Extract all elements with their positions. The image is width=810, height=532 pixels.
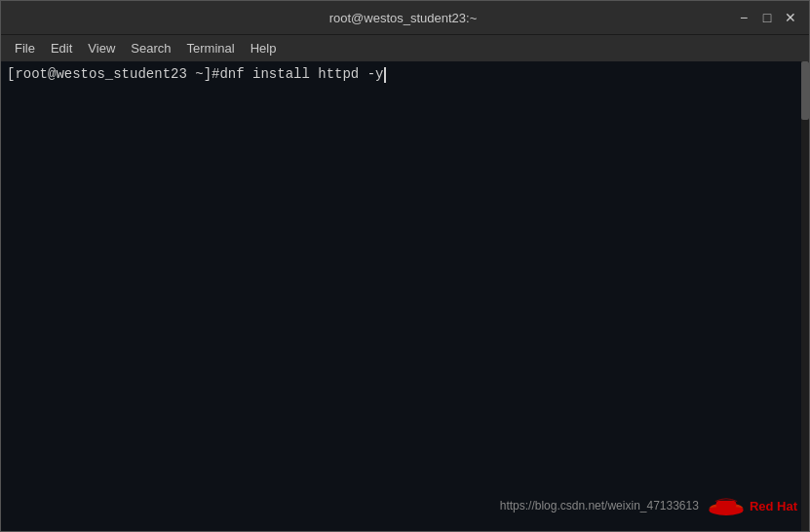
maximize-button[interactable]: □ — [756, 7, 778, 28]
terminal-cursor — [384, 67, 386, 83]
redhat-brand-label: Red Hat — [750, 499, 797, 513]
titlebar-controls: − □ ✕ — [733, 7, 801, 28]
window-title: root@westos_student23:~ — [73, 11, 733, 25]
redhat-logo: Red Hat — [707, 496, 797, 515]
menu-search[interactable]: Search — [123, 38, 178, 58]
watermark: https://blog.csdn.net/weixin_47133613 Re… — [500, 496, 797, 515]
close-button[interactable]: ✕ — [780, 7, 801, 28]
menu-edit[interactable]: Edit — [43, 38, 80, 58]
titlebar: root@westos_student23:~ − □ ✕ — [1, 1, 809, 34]
terminal-line: [root@westos_student23 ~]# dnf install h… — [7, 65, 803, 85]
menu-terminal[interactable]: Terminal — [179, 38, 243, 58]
terminal-body[interactable]: [root@westos_student23 ~]# dnf install h… — [1, 61, 809, 531]
menu-file[interactable]: File — [7, 38, 43, 58]
scrollbar-thumb[interactable] — [801, 61, 809, 120]
menu-help[interactable]: Help — [243, 38, 285, 58]
scrollbar[interactable] — [801, 61, 809, 531]
watermark-url: https://blog.csdn.net/weixin_47133613 — [500, 499, 699, 513]
terminal-window: root@westos_student23:~ − □ ✕ File Edit … — [0, 0, 810, 532]
minimize-button[interactable]: − — [733, 7, 754, 28]
menu-view[interactable]: View — [80, 38, 123, 58]
menubar: File Edit View Search Terminal Help — [1, 34, 809, 61]
terminal-command: dnf install httpd -y — [219, 65, 383, 85]
svg-rect-1 — [715, 501, 736, 509]
redhat-hat-icon — [707, 496, 746, 515]
terminal-prompt: [root@westos_student23 ~]# — [7, 65, 219, 85]
